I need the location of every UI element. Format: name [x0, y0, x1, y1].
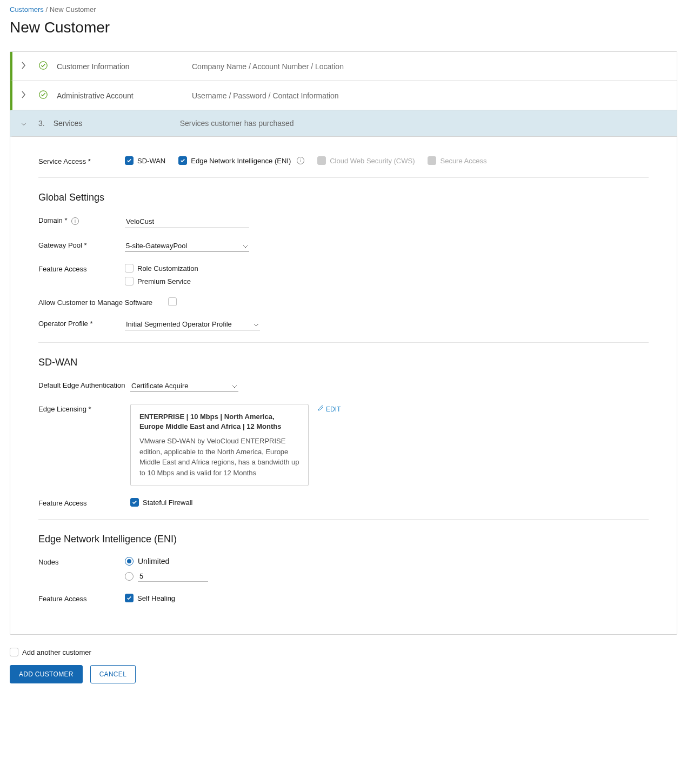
check-circle-icon	[38, 90, 48, 101]
license-card: ENTERPRISE | 10 Mbps | North America, Eu…	[130, 404, 309, 486]
chk-premium-service[interactable]: Premium Service	[125, 277, 198, 285]
service-access-label: Service Access *	[38, 156, 125, 165]
eni-heading: Edge Network Intelligence (ENI)	[38, 534, 649, 545]
chevron-right-icon	[21, 61, 31, 71]
default-edge-auth-select[interactable]: Certificate Acquire	[130, 380, 238, 392]
domain-label: Domain * i	[38, 215, 125, 225]
chk-self-healing[interactable]: Self Healing	[125, 594, 175, 602]
default-edge-auth-label: Default Edge Authentication	[38, 380, 130, 389]
nodes-custom-input[interactable]	[138, 571, 208, 582]
step-label: Customer Information	[57, 62, 192, 71]
cancel-button[interactable]: CANCEL	[90, 665, 136, 683]
edge-licensing-row: Edge Licensing * ENTERPRISE | 10 Mbps | …	[38, 404, 649, 486]
sdwan-heading: SD-WAN	[38, 357, 649, 368]
service-access-row: Service Access * SD-WAN Edge Network Int…	[38, 156, 649, 165]
step-desc: Company Name / Account Number / Location	[192, 62, 344, 71]
global-settings-heading: Global Settings	[38, 192, 649, 203]
step-label: Services	[54, 119, 180, 128]
chk-add-another-customer[interactable]: Add another customer	[10, 648, 677, 656]
feature-access-row-sdwan: Feature Access Stateful Firewall	[38, 498, 649, 507]
footer: Add another customer ADD CUSTOMER CANCEL	[10, 648, 677, 683]
license-title: ENTERPRISE | 10 Mbps | North America, Eu…	[139, 412, 299, 431]
add-customer-button[interactable]: ADD CUSTOMER	[10, 665, 83, 683]
chk-role-customization[interactable]: Role Customization	[125, 264, 198, 273]
chk-secure-access[interactable]: Secure Access	[428, 156, 486, 165]
chevron-down-icon	[243, 242, 248, 250]
radio-nodes-unlimited[interactable]: Unlimited	[125, 557, 208, 566]
breadcrumb-parent[interactable]: Customers	[10, 5, 44, 14]
operator-profile-label: Operator Profile *	[38, 318, 125, 328]
check-circle-icon	[38, 61, 48, 72]
chk-eni[interactable]: Edge Network Intelligence (ENI) i	[178, 156, 304, 165]
edge-licensing-label: Edge Licensing *	[38, 404, 130, 413]
nodes-row: Nodes Unlimited	[38, 557, 649, 582]
domain-input[interactable]	[125, 215, 249, 228]
feature-access-label: Feature Access	[38, 498, 130, 507]
step-admin-account[interactable]: Administrative Account Username / Passwo…	[10, 81, 677, 110]
info-icon[interactable]: i	[71, 217, 79, 225]
edit-license-link[interactable]: EDIT	[317, 405, 341, 413]
feature-access-row-global: Feature Access Role Customization Premiu…	[38, 264, 649, 285]
step-number: 3.	[38, 119, 45, 128]
domain-row: Domain * i	[38, 215, 649, 228]
feature-access-row-eni: Feature Access Self Healing	[38, 594, 649, 603]
chevron-down-icon	[21, 119, 31, 128]
gateway-pool-label: Gateway Pool *	[38, 240, 125, 249]
nodes-label: Nodes	[38, 557, 125, 566]
chk-sdwan[interactable]: SD-WAN	[125, 156, 165, 165]
breadcrumb-sep: /	[44, 5, 50, 14]
step-desc: Services customer has purchased	[180, 119, 294, 128]
step-label: Administrative Account	[57, 91, 192, 100]
pencil-icon	[317, 405, 324, 413]
step-desc: Username / Password / Contact Informatio…	[192, 91, 339, 100]
gateway-pool-row: Gateway Pool * 5-site-GatewayPool	[38, 240, 649, 252]
manage-software-row: Allow Customer to Manage Software	[38, 297, 649, 307]
default-edge-auth-row: Default Edge Authentication Certificate …	[38, 380, 649, 392]
chk-cws[interactable]: Cloud Web Security (CWS)	[317, 156, 415, 165]
page-title: New Customer	[10, 19, 677, 36]
license-desc: VMware SD-WAN by VeloCloud ENTERPRISE ed…	[139, 436, 299, 478]
feature-access-label: Feature Access	[38, 264, 125, 273]
manage-software-label: Allow Customer to Manage Software	[38, 297, 168, 307]
step-services-body: Service Access * SD-WAN Edge Network Int…	[10, 137, 677, 634]
step-customer-info[interactable]: Customer Information Company Name / Acco…	[10, 52, 677, 81]
operator-profile-row: Operator Profile * Initial Segmented Ope…	[38, 318, 649, 330]
chk-stateful-firewall[interactable]: Stateful Firewall	[130, 498, 192, 507]
chevron-down-icon	[254, 320, 259, 328]
chevron-down-icon	[232, 382, 237, 390]
gateway-pool-select[interactable]: 5-site-GatewayPool	[125, 240, 249, 252]
breadcrumb-current: New Customer	[50, 5, 96, 14]
operator-profile-select[interactable]: Initial Segmented Operator Profile	[125, 318, 260, 330]
chevron-right-icon	[21, 90, 31, 101]
info-icon[interactable]: i	[297, 157, 304, 164]
feature-access-label: Feature Access	[38, 594, 125, 603]
step-services[interactable]: 3. Services Services customer has purcha…	[10, 110, 677, 137]
breadcrumb: Customers / New Customer	[10, 5, 677, 14]
wizard-accordion: Customer Information Company Name / Acco…	[10, 51, 677, 635]
radio-nodes-custom[interactable]	[125, 571, 208, 582]
chk-manage-software[interactable]	[168, 297, 177, 306]
